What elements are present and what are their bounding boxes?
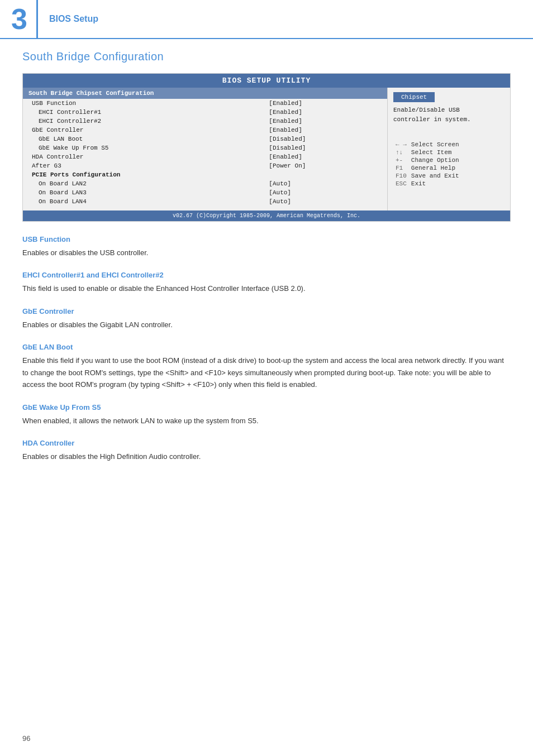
section-title: South Bridge Configuration [22,50,511,63]
bios-utility-box: BIOS SETUP UTILITY South Bridge Chipset … [22,73,511,222]
bios-utility-title: BIOS SETUP UTILITY [23,74,510,88]
func-heading: USB Function [22,235,511,243]
func-text: When enabled, it allows the network LAN … [22,415,511,427]
pcie-header-row: PCIE Ports Configuration [23,170,387,179]
key-legend-row: F1General Help [393,164,461,172]
func-text: Enables or disables the High Definition … [22,451,511,462]
func-text: This field is used to enable or disable … [22,283,511,294]
bios-table-row: EHCI Controller#2[Enabled] [23,117,387,126]
bios-table-row: EHCI Controller#1[Enabled] [23,108,387,117]
pcie-table-row: On Board LAN3[Auto] [23,188,387,197]
bios-table-row: USB Function[Enabled] [23,99,387,108]
bios-settings-table: USB Function[Enabled]EHCI Controller#1[E… [23,99,387,206]
chapter-number: 3 [0,0,38,38]
bios-table-row: GbE LAN Boot[Disabled] [23,135,387,143]
page-number: 96 [22,734,30,743]
bios-footer: v02.67 (C)Copyright 1985-2009, American … [23,210,510,221]
key-legend-row: ↑↓Select Item [393,149,461,156]
bios-inner: South Bridge Chipset Configuration USB F… [23,88,510,210]
func-heading: EHCI Controller#1 and EHCI Controller#2 [22,271,511,279]
pcie-table-row: On Board LAN2[Auto] [23,179,387,188]
bios-right-panel: Chipset Enable/Disable USB controller in… [387,88,510,210]
bios-table-row: GbE Wake Up From S5[Disabled] [23,143,387,152]
key-legend: ← →Select Screen↑↓Select Item+-Change Op… [393,141,505,188]
pcie-table-row: On Board LAN4[Auto] [23,197,387,206]
bios-table-row: HDA Controller[Enabled] [23,152,387,161]
func-text: Enable this field if you want to use the… [22,355,511,390]
page-content: South Bridge Configuration BIOS SETUP UT… [0,39,533,487]
func-heading: GbE Wake Up From S5 [22,403,511,412]
bios-setup-label: BIOS Setup [38,0,110,38]
func-heading: GbE Controller [22,307,511,315]
func-text: Enables or disables the Gigabit LAN cont… [22,319,511,331]
func-text: Enables or disables the USB controller. [22,247,511,259]
chipset-badge: Chipset [393,92,435,102]
bios-section-header: South Bridge Chipset Configuration [23,88,387,99]
after-g3-row: After G3[Power On] [23,161,387,170]
key-legend-row: ← →Select Screen [393,141,461,149]
key-legend-row: F10Save and Exit [393,172,461,180]
key-legend-row: +-Change Option [393,156,461,164]
top-bar: 3 BIOS Setup [0,0,533,39]
body-sections: USB FunctionEnables or disables the USB … [22,235,511,463]
func-heading: GbE LAN Boot [22,343,511,351]
help-text: Enable/Disable USB controller in system. [393,106,505,124]
func-heading: HDA Controller [22,439,511,447]
bios-left-panel: South Bridge Chipset Configuration USB F… [23,88,387,210]
key-legend-row: ESCExit [393,180,461,188]
bios-table-row: GbE Controller[Enabled] [23,126,387,135]
